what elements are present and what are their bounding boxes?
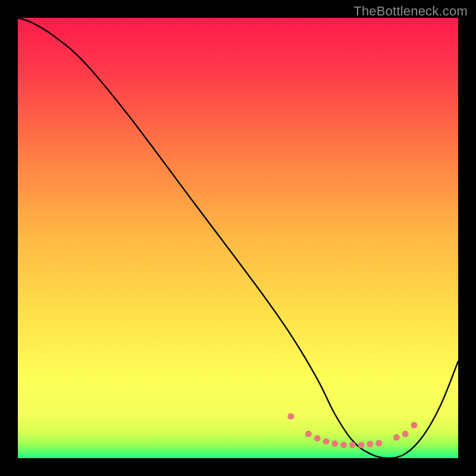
scatter-dot — [349, 441, 356, 448]
scatter-dot — [393, 434, 400, 441]
bottleneck-chart — [18, 18, 458, 458]
scatter-dot — [323, 438, 330, 444]
scatter-dot — [287, 413, 294, 419]
scatter-dot — [367, 441, 374, 447]
scatter-dot — [340, 441, 347, 448]
scatter-dot — [314, 435, 321, 441]
scatter-dot — [305, 431, 312, 437]
gradient-background — [18, 18, 458, 458]
frame: TheBottleneck.com — [0, 0, 476, 476]
scatter-dot — [358, 441, 365, 448]
scatter-dot — [331, 440, 338, 447]
scatter-dot — [411, 422, 418, 428]
scatter-dot — [402, 431, 409, 437]
scatter-dot — [375, 440, 382, 446]
watermark-text: TheBottleneck.com — [353, 4, 468, 19]
